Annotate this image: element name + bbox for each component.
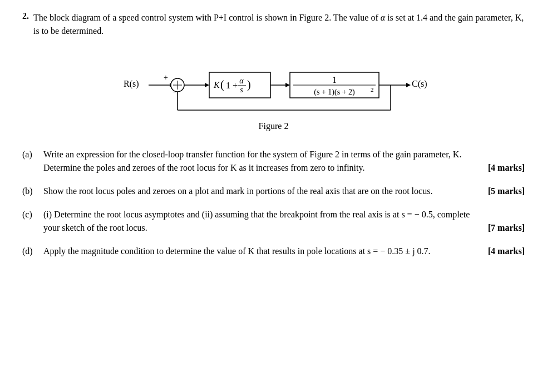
part-b: (b) Show the root locus poles and zeroes… — [22, 185, 525, 198]
svg-text:(: ( — [220, 78, 224, 91]
svg-marker-16 — [285, 83, 290, 87]
r-label: R(s) — [124, 79, 139, 89]
svg-text:(s + 1)(s + 2): (s + 1)(s + 2) — [314, 88, 355, 97]
svg-text:α: α — [239, 77, 244, 85]
question-intro: The block diagram of a speed control sys… — [33, 11, 525, 38]
part-d-marks: [4 marks] — [488, 245, 525, 258]
part-d-label: (d) — [22, 245, 43, 258]
part-d-text: Apply the magnitude condition to determi… — [43, 245, 477, 258]
part-c-label: (c) — [22, 208, 43, 235]
svg-text:2: 2 — [371, 86, 374, 93]
figure-caption: Figure 2 — [259, 121, 289, 131]
part-d: (d) Apply the magnitude condition to det… — [22, 245, 525, 258]
part-c-marks: [7 marks] — [488, 221, 525, 235]
question-number: 2. — [22, 11, 29, 38]
svg-marker-6 — [205, 83, 209, 87]
part-a-label: (a) — [22, 148, 43, 175]
alpha-symbol: α — [381, 13, 385, 22]
parts-container: (a) Write an expression for the closed-l… — [22, 148, 525, 258]
part-a-content: Write an expression for the closed-loop … — [43, 148, 525, 175]
question-header: 2. The block diagram of a speed control … — [22, 11, 525, 38]
plus-sign: + — [164, 73, 168, 82]
question-container: 2. The block diagram of a speed control … — [22, 11, 525, 258]
part-b-text: Show the root locus poles and zeroes on … — [43, 185, 477, 198]
block-diagram-container: R(s) + − K — [22, 54, 525, 142]
svg-text:K: K — [213, 80, 220, 90]
part-a-marks: [4 marks] — [488, 161, 525, 175]
part-a-text: Write an expression for the closed-loop … — [43, 148, 477, 175]
part-d-content: Apply the magnitude condition to determi… — [43, 245, 525, 258]
svg-text:1 +: 1 + — [226, 81, 238, 90]
block-diagram: R(s) + − K — [118, 54, 430, 121]
svg-text:1: 1 — [332, 75, 337, 85]
part-c-content: (i) Determine the root locus asymptotes … — [43, 208, 525, 235]
part-c: (c) (i) Determine the root locus asympto… — [22, 208, 525, 235]
c-label: C(s) — [412, 79, 427, 89]
part-a: (a) Write an expression for the closed-l… — [22, 148, 525, 175]
svg-marker-23 — [406, 83, 411, 87]
part-c-text: (i) Determine the root locus asymptotes … — [43, 208, 477, 235]
part-b-content: Show the root locus poles and zeroes on … — [43, 185, 525, 198]
svg-text:): ) — [247, 78, 251, 91]
part-b-label: (b) — [22, 185, 43, 198]
part-b-marks: [5 marks] — [488, 185, 525, 198]
svg-text:s: s — [240, 86, 243, 94]
diagram-svg: R(s) + − K — [118, 54, 430, 121]
minus-sign: − — [173, 88, 177, 96]
